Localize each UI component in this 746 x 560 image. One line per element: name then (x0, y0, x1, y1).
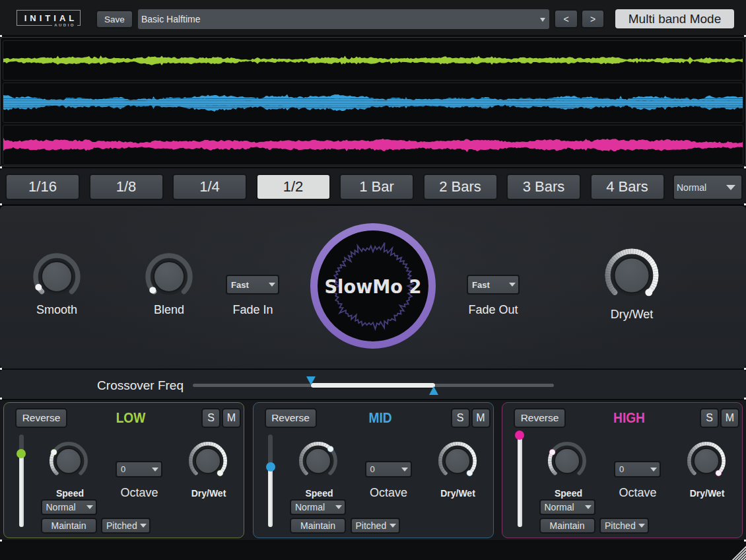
dry-wet-knob[interactable] (598, 242, 665, 309)
band-mid-mode-dropdown[interactable]: Normal (290, 499, 346, 515)
pitch-value: Pitched (356, 520, 387, 531)
band-mid-maintain-button[interactable]: Maintain (290, 518, 346, 534)
time-button-1-4[interactable]: 1/4 (172, 174, 247, 200)
band-high-level-fill (518, 435, 522, 527)
playback-mode-dropdown-arrow-icon (726, 185, 735, 190)
band-high-dry-wet-knob[interactable] (681, 436, 731, 486)
time-button-4-bars[interactable]: 4 Bars (590, 174, 665, 200)
slowmo-logo-graphic: SlowMo 2 (309, 222, 437, 350)
solo-label: S (706, 412, 713, 424)
low-band-waveform (3, 41, 743, 80)
mode-dropdown-arrow-icon (335, 505, 342, 509)
band-high-level-handle[interactable] (515, 431, 524, 440)
mute-label: M (726, 412, 734, 424)
fade-in-dropdown-arrow-icon (269, 283, 275, 287)
band-mid-dry-wet-knob[interactable] (432, 436, 483, 486)
edge-notch (0, 398, 2, 400)
band-mid-level-fill (268, 467, 273, 527)
fade-out-label: Fade Out (454, 303, 533, 317)
band-high-maintain-button[interactable]: Maintain (539, 518, 595, 534)
time-button-1-2[interactable]: 1/2 (256, 174, 331, 200)
band-low-octave-dropdown[interactable]: 0 (116, 461, 162, 477)
preset-prev-button[interactable]: < (554, 9, 578, 28)
preset-prev-label: < (563, 14, 568, 24)
preset-next-button[interactable]: > (581, 9, 605, 28)
crossover-high-handle[interactable] (429, 386, 438, 395)
band-low-level-handle[interactable] (17, 449, 26, 458)
time-button-label: 1/16 (28, 178, 57, 195)
band-mid-octave-dropdown[interactable]: 0 (365, 461, 412, 477)
band-low-mute-button[interactable]: M (222, 408, 241, 428)
time-button-1-bar[interactable]: 1 Bar (339, 174, 414, 200)
playback-mode-dropdown[interactable]: Normal (673, 174, 743, 200)
waveform-lane-low (3, 40, 743, 81)
time-button-label: 1/2 (283, 178, 304, 195)
save-button[interactable]: Save (96, 10, 133, 28)
band-low-dry-wet-knob[interactable] (183, 436, 233, 486)
band-low-maintain-button[interactable]: Maintain (41, 518, 97, 534)
time-button-label: 1/4 (199, 178, 220, 195)
band-mid-speed-knob[interactable] (293, 436, 343, 486)
octave-value: 0 (121, 464, 125, 474)
edge-notch (0, 35, 2, 37)
octave-dropdown-arrow-icon (401, 468, 408, 472)
slowmo-logo-text: SlowMo 2 (325, 276, 422, 298)
edge-notch (0, 203, 2, 205)
pitch-dropdown-arrow-icon (140, 524, 147, 528)
mode-value: Normal (46, 502, 76, 512)
band-low-speed-knob[interactable] (44, 436, 94, 486)
edge-notch (0, 368, 2, 370)
initial-audio-logo: INITIAL AUDIO (17, 10, 81, 26)
time-button-label: 4 Bars (606, 178, 648, 195)
band-low-pitch-dropdown[interactable]: Pitched (101, 518, 151, 534)
fade-out-value: Fast (472, 280, 490, 290)
smooth-knob[interactable] (26, 246, 87, 307)
band-mid-level-handle[interactable] (266, 462, 275, 472)
edge-notch (0, 166, 2, 168)
crossover-active-range (311, 383, 434, 388)
blend-knob[interactable] (139, 246, 199, 307)
multi-band-mode-button[interactable]: Multi band Mode (615, 9, 734, 28)
pitch-value: Pitched (605, 520, 636, 531)
band-low-level-fill (19, 454, 24, 527)
crossover-label: Crossover Freq (0, 378, 184, 393)
waveform-display-panel (0, 37, 746, 166)
edge-notch (744, 203, 746, 205)
reverse-label: Reverse (521, 412, 559, 424)
time-button-1-16[interactable]: 1/16 (5, 174, 80, 200)
band-high-octave-dropdown[interactable]: 0 (614, 461, 661, 477)
high-band-waveform (3, 125, 743, 164)
band-high-mode-dropdown[interactable]: Normal (539, 499, 595, 515)
band-low-octave-label: Octave (100, 486, 179, 500)
band-high-mute-button[interactable]: M (720, 408, 739, 428)
pitch-dropdown-arrow-icon (638, 524, 645, 528)
band-mid-octave-label: Octave (349, 486, 428, 500)
band-low-solo-button[interactable]: S (201, 408, 220, 428)
band-mid-pitch-dropdown[interactable]: Pitched (351, 518, 400, 534)
band-mid-solo-button[interactable]: S (451, 408, 470, 428)
band-mid-mute-button[interactable]: M (471, 408, 491, 428)
fade-in-dropdown[interactable]: Fast (226, 275, 279, 295)
crossover-low-handle[interactable] (306, 376, 316, 385)
band-high-solo-button[interactable]: S (700, 408, 719, 428)
time-button-2-bars[interactable]: 2 Bars (423, 174, 498, 200)
time-button-3-bars[interactable]: 3 Bars (506, 174, 581, 200)
fade-out-dropdown[interactable]: Fast (467, 275, 520, 295)
reverse-label: Reverse (22, 412, 61, 424)
header-bar: INITIAL AUDIO Save Basic Halftime < > Mu… (0, 0, 746, 36)
waveform-lane-high (3, 125, 743, 165)
playback-mode-value: Normal (677, 182, 706, 193)
resize-grip[interactable] (730, 544, 746, 560)
mute-label: M (476, 412, 485, 424)
band-mid-dry-wet-label: Dry/Wet (419, 488, 498, 499)
band-high-title: HIGH (555, 409, 704, 427)
band-high-pitch-dropdown[interactable]: Pitched (599, 518, 649, 534)
preset-dropdown[interactable]: Basic Halftime (138, 9, 549, 29)
maintain-label: Maintain (550, 520, 585, 531)
time-division-row: Normal 1/161/81/41/21 Bar2 Bars3 Bars4 B… (0, 168, 746, 204)
time-button-1-8[interactable]: 1/8 (89, 174, 164, 200)
band-low-mode-dropdown[interactable]: Normal (41, 499, 97, 515)
dry-wet-label: Dry/Wet (592, 308, 671, 322)
band-high-speed-knob[interactable] (542, 436, 592, 486)
time-button-label: 3 Bars (523, 178, 565, 195)
